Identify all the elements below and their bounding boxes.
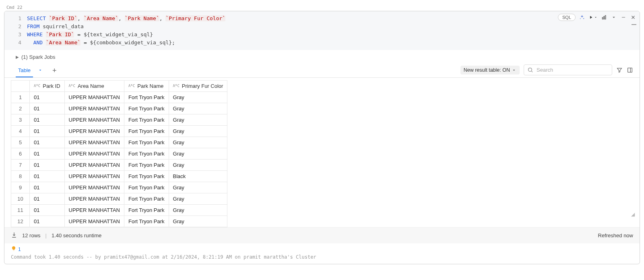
cell-fur-color: Gray — [169, 193, 227, 205]
result-tabs: Table + New result table: ON — [4, 62, 640, 78]
row-number: 2 — [11, 103, 30, 114]
cell-fur-color: Gray — [169, 148, 227, 160]
tab-table[interactable]: Table — [16, 64, 33, 77]
table-row[interactable]: 901UPPER MANHATTANFort Tryon ParkGray — [11, 182, 227, 193]
table-row[interactable]: 1201UPPER MANHATTANFort Tryon ParkGray — [11, 216, 227, 227]
cell-fur-color: Gray — [169, 205, 227, 216]
download-icon[interactable] — [11, 232, 17, 239]
cell-park-id: 01 — [30, 126, 65, 137]
cell-park-id: 01 — [30, 137, 65, 148]
code-editor[interactable]: 1 2 3 4 SELECT `Park ID`, `Area Name`, `… — [4, 11, 640, 50]
type-icon: AᴮC — [128, 84, 135, 88]
col-header-park-name[interactable]: AᴮCPark Name — [124, 81, 169, 92]
cell-fur-color: Gray — [169, 137, 227, 148]
notebook-cell: SQL 1 2 3 4 SELECT `Park ID`, `Area — [4, 11, 640, 264]
cell-park-name: Fort Tryon Park — [124, 103, 169, 114]
hint-indicator[interactable]: 1 — [4, 243, 640, 253]
cell-park-name: Fort Tryon Park — [124, 205, 169, 216]
svg-rect-1 — [604, 17, 605, 19]
table-row[interactable]: 601UPPER MANHATTANFort Tryon ParkGray — [11, 148, 227, 160]
resize-handle-icon[interactable]: ◢ — [631, 212, 635, 217]
search-box[interactable] — [524, 64, 612, 75]
cell-park-id: 01 — [30, 193, 65, 205]
row-number: 3 — [11, 114, 30, 126]
row-number: 12 — [11, 216, 30, 227]
cell-park-name: Fort Tryon Park — [124, 92, 169, 103]
add-tab-button[interactable]: + — [50, 65, 59, 77]
collapse-handle[interactable] — [632, 24, 636, 25]
svg-rect-2 — [605, 15, 606, 19]
result-table-toggle[interactable]: New result table: ON — [460, 66, 520, 75]
cell-fur-color: Black — [169, 171, 227, 182]
cell-park-name: Fort Tryon Park — [124, 160, 169, 171]
search-input[interactable] — [536, 66, 609, 73]
caret-right-icon: ▶ — [16, 55, 19, 59]
table-row[interactable]: 501UPPER MANHATTANFort Tryon ParkGray — [11, 137, 227, 148]
cell-park-name: Fort Tryon Park — [124, 148, 169, 160]
table-row[interactable]: 201UPPER MANHATTANFort Tryon ParkGray — [11, 103, 227, 114]
row-number-header[interactable] — [11, 81, 30, 92]
panel-layout-icon[interactable] — [627, 67, 633, 73]
cell-area-name: UPPER MANHATTAN — [64, 114, 124, 126]
cell-park-name: Fort Tryon Park — [124, 171, 169, 182]
cell-park-name: Fort Tryon Park — [124, 216, 169, 227]
cell-area-name: UPPER MANHATTAN — [64, 182, 124, 193]
runtime-label: 1.40 seconds runtime — [52, 232, 101, 239]
table-row[interactable]: 1001UPPER MANHATTANFort Tryon ParkGray — [11, 193, 227, 205]
row-number: 9 — [11, 182, 30, 193]
cell-park-name: Fort Tryon Park — [124, 137, 169, 148]
command-timing: Command took 1.40 seconds -- by pramitx4… — [4, 253, 640, 264]
col-header-fur-color[interactable]: AᴮCPrimary Fur Color — [169, 81, 227, 92]
cell-area-name: UPPER MANHATTAN — [64, 126, 124, 137]
cell-area-name: UPPER MANHATTAN — [64, 137, 124, 148]
row-number: 10 — [11, 193, 30, 205]
cell-fur-color: Gray — [169, 114, 227, 126]
table-row[interactable]: 401UPPER MANHATTANFort Tryon ParkGray — [11, 126, 227, 137]
type-icon: AᴮC — [69, 84, 75, 88]
col-header-park-id[interactable]: AᴮCPark ID — [30, 81, 65, 92]
close-icon[interactable] — [630, 14, 636, 21]
chart-icon[interactable] — [601, 14, 607, 21]
cmd-label: Cmd 22 — [4, 4, 640, 11]
cell-area-name: UPPER MANHATTAN — [64, 92, 124, 103]
line-gutter: 1 2 3 4 — [4, 15, 27, 47]
result-table: AᴮCPark ID AᴮCArea Name AᴮCPark Name AᴮC… — [11, 80, 227, 227]
cell-fur-color: Gray — [169, 126, 227, 137]
tab-dropdown-icon[interactable] — [38, 68, 43, 74]
run-cell-button[interactable] — [588, 15, 598, 20]
result-footer: 12 rows | 1.40 seconds runtime Refreshed… — [4, 227, 640, 243]
cell-park-id: 01 — [30, 114, 65, 126]
chevron-down-icon[interactable] — [611, 14, 617, 21]
cell-park-id: 01 — [30, 148, 65, 160]
col-header-area-name[interactable]: AᴮCArea Name — [64, 81, 124, 92]
search-icon — [527, 67, 533, 73]
row-number: 4 — [11, 126, 30, 137]
row-number: 8 — [11, 171, 30, 182]
cell-fur-color: Gray — [169, 160, 227, 171]
cell-park-id: 01 — [30, 103, 65, 114]
minimize-icon[interactable] — [620, 14, 627, 21]
row-count-label: 12 rows — [22, 232, 41, 239]
cell-fur-color: Gray — [169, 92, 227, 103]
language-pill-sql[interactable]: SQL — [558, 14, 576, 21]
table-row[interactable]: 1101UPPER MANHATTANFort Tryon ParkGray — [11, 205, 227, 216]
ai-assist-icon[interactable] — [579, 14, 585, 21]
table-row[interactable]: 101UPPER MANHATTANFort Tryon ParkGray — [11, 92, 227, 103]
result-toggle-label: New result table: ON — [464, 67, 510, 73]
cell-park-id: 01 — [30, 216, 65, 227]
spark-jobs-label: (1) Spark Jobs — [21, 54, 56, 60]
row-number: 7 — [11, 160, 30, 171]
svg-rect-8 — [628, 68, 632, 72]
table-row[interactable]: 701UPPER MANHATTANFort Tryon ParkGray — [11, 160, 227, 171]
svg-rect-0 — [602, 17, 603, 19]
code-content[interactable]: SELECT `Park ID`, `Area Name`, `Park Nam… — [27, 15, 640, 47]
spark-jobs-toggle[interactable]: ▶ (1) Spark Jobs — [4, 50, 640, 62]
cell-park-name: Fort Tryon Park — [124, 193, 169, 205]
type-icon: AᴮC — [173, 84, 180, 88]
cell-park-id: 01 — [30, 205, 65, 216]
refreshed-label: Refreshed now — [598, 232, 633, 239]
filter-icon[interactable] — [616, 67, 623, 73]
table-row[interactable]: 801UPPER MANHATTANFort Tryon ParkBlack — [11, 171, 227, 182]
cell-area-name: UPPER MANHATTAN — [64, 103, 124, 114]
table-row[interactable]: 301UPPER MANHATTANFort Tryon ParkGray — [11, 114, 227, 126]
